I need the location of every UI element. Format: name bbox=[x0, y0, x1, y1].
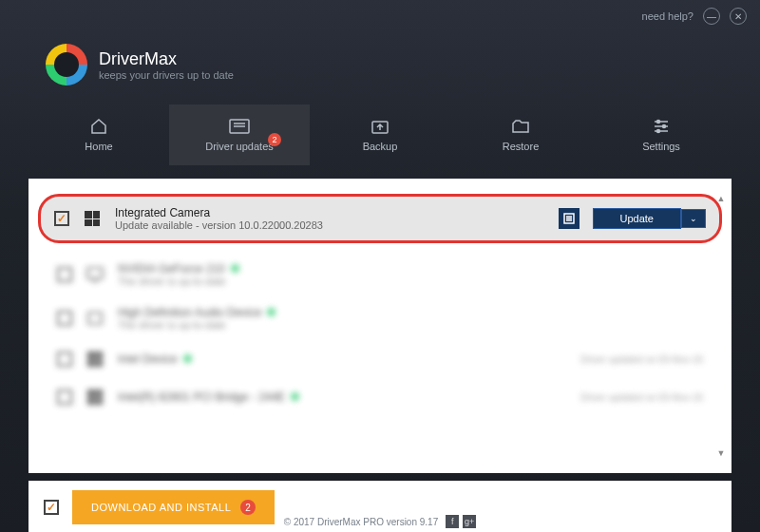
svg-point-7 bbox=[657, 121, 660, 124]
facebook-icon[interactable]: f bbox=[446, 515, 459, 528]
checkbox[interactable] bbox=[57, 311, 72, 326]
minimize-button[interactable]: — bbox=[703, 8, 720, 25]
monitor-icon bbox=[86, 265, 104, 284]
device-name: NVIDIA GeForce 210 bbox=[118, 262, 703, 276]
driver-row[interactable]: High Definition Audio Device The driver … bbox=[44, 296, 716, 340]
device-status: Update available - version 10.0.22000.20… bbox=[115, 219, 545, 231]
select-all-checkbox[interactable] bbox=[44, 500, 59, 515]
nav-label: Home bbox=[85, 141, 112, 152]
svg-rect-14 bbox=[87, 268, 103, 278]
copyright-text: © 2017 DriverMax PRO version 9.17 bbox=[284, 517, 438, 527]
checkbox[interactable] bbox=[57, 267, 72, 282]
status-dot-icon bbox=[231, 264, 239, 273]
updates-icon bbox=[229, 118, 250, 135]
device-name: Intel(R) 82801 PCI Bridge - 244E bbox=[118, 390, 567, 404]
scroll-down-icon[interactable]: ▼ bbox=[717, 448, 726, 458]
settings-icon bbox=[651, 118, 672, 135]
update-dropdown[interactable]: ⌄ bbox=[681, 209, 706, 228]
updates-badge: 2 bbox=[268, 133, 281, 146]
help-link[interactable]: need help? bbox=[642, 10, 694, 22]
close-button[interactable]: ✕ bbox=[730, 8, 747, 25]
checkbox[interactable] bbox=[57, 390, 72, 405]
app-logo-icon bbox=[46, 44, 87, 86]
app-title: DriverMax bbox=[99, 49, 234, 69]
scrollbar[interactable]: ▲ ▼ bbox=[714, 194, 728, 458]
device-name: Intel Device bbox=[118, 352, 567, 366]
svg-point-9 bbox=[657, 130, 660, 133]
windows-icon bbox=[86, 350, 104, 369]
app-tagline: keeps your drivers up to date bbox=[99, 69, 234, 81]
driver-row[interactable]: Intel Device Driver updated on 03-Nov-16 bbox=[44, 340, 716, 378]
backup-icon bbox=[370, 118, 390, 135]
device-name: High Definition Audio Device bbox=[118, 306, 703, 319]
nav-label: Settings bbox=[642, 141, 680, 152]
nav-label: Backup bbox=[363, 141, 398, 152]
home-icon bbox=[88, 118, 109, 135]
driver-row-highlighted[interactable]: Integrated Camera Update available - ver… bbox=[38, 194, 722, 243]
download-label: DOWNLOAD AND INSTALL bbox=[91, 502, 231, 513]
row-status: Driver updated on 03-Nov-16 bbox=[580, 392, 703, 403]
nav-backup[interactable]: Backup bbox=[310, 104, 450, 165]
checkbox[interactable] bbox=[57, 352, 72, 367]
copyright-bar: © 2017 DriverMax PRO version 9.17 f g+ bbox=[0, 515, 760, 528]
status-dot-icon bbox=[267, 308, 276, 316]
google-plus-icon[interactable]: g+ bbox=[463, 515, 476, 528]
nav-home[interactable]: Home bbox=[28, 104, 169, 165]
svg-point-8 bbox=[663, 125, 666, 128]
device-name: Integrated Camera bbox=[115, 206, 545, 219]
driver-row[interactable]: NVIDIA GeForce 210 The driver is up-to-d… bbox=[44, 253, 716, 296]
update-button[interactable]: Update bbox=[593, 208, 681, 229]
main-nav: Home Driver updates 2 Backup Restore Set… bbox=[0, 104, 760, 165]
download-count-badge: 2 bbox=[240, 500, 256, 515]
nav-label: Driver updates bbox=[205, 141, 274, 152]
device-status: The driver is up-to-date bbox=[118, 319, 703, 331]
details-button[interactable] bbox=[559, 208, 580, 229]
restore-icon bbox=[510, 118, 531, 135]
windows-icon bbox=[83, 209, 102, 228]
driver-list: Integrated Camera Update available - ver… bbox=[28, 179, 732, 473]
status-dot-icon bbox=[291, 392, 299, 401]
nav-driver-updates[interactable]: Driver updates 2 bbox=[169, 104, 310, 165]
status-dot-icon bbox=[183, 354, 192, 363]
windows-icon bbox=[86, 388, 104, 407]
device-status: The driver is up-to-date bbox=[118, 276, 703, 287]
row-status: Driver updated on 03-Nov-16 bbox=[580, 354, 703, 365]
svg-rect-16 bbox=[88, 313, 102, 324]
app-header: DriverMax keeps your drivers up to date bbox=[0, 32, 760, 104]
nav-restore[interactable]: Restore bbox=[450, 104, 591, 165]
scroll-up-icon[interactable]: ▲ bbox=[717, 194, 726, 203]
checkbox[interactable] bbox=[54, 211, 69, 226]
driver-row[interactable]: Intel(R) 82801 PCI Bridge - 244E Driver … bbox=[44, 378, 716, 416]
nav-settings[interactable]: Settings bbox=[591, 104, 732, 165]
audio-icon bbox=[86, 309, 104, 328]
nav-label: Restore bbox=[503, 141, 540, 152]
